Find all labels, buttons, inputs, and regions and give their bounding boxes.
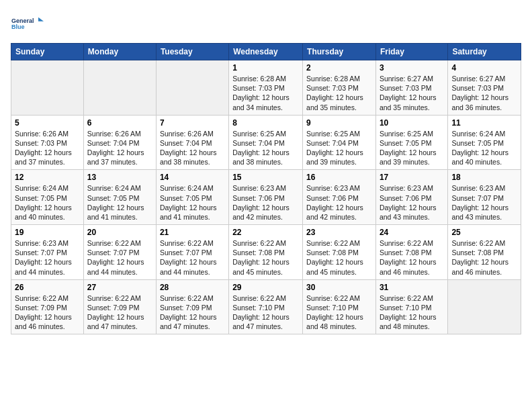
sunrise-label: Sunrise: 6:22 AM: [306, 239, 360, 247]
sunset-label: Sunset: 7:09 PM: [15, 304, 67, 312]
daylight-label: Daylight: 12 hours and 37 minutes.: [87, 148, 144, 166]
sunset-label: Sunset: 7:05 PM: [160, 194, 212, 202]
calendar-week-1: 1Sunrise: 6:28 AMSunset: 7:03 PMDaylight…: [11, 60, 521, 116]
day-number: 31: [380, 283, 444, 292]
day-number: 17: [380, 173, 444, 182]
sunrise-label: Sunrise: 6:24 AM: [87, 184, 141, 192]
day-info: Sunrise: 6:24 AMSunset: 7:05 PMDaylight:…: [451, 129, 517, 167]
calendar-cell: 4Sunrise: 6:27 AMSunset: 7:03 PMDaylight…: [448, 60, 521, 116]
daylight-label: Daylight: 12 hours and 40 minutes.: [451, 148, 508, 166]
sunset-label: Sunset: 7:08 PM: [380, 248, 432, 257]
day-info: Sunrise: 6:23 AMSunset: 7:06 PMDaylight:…: [380, 183, 444, 222]
calendar-cell: 26Sunrise: 6:22 AMSunset: 7:09 PMDayligh…: [11, 279, 84, 334]
col-header-wednesday: Wednesday: [229, 44, 303, 60]
sunrise-label: Sunrise: 6:28 AM: [306, 75, 360, 83]
sunset-label: Sunset: 7:05 PM: [15, 194, 67, 202]
day-info: Sunrise: 6:22 AMSunset: 7:09 PMDaylight:…: [15, 293, 80, 332]
sunrise-label: Sunrise: 6:25 AM: [232, 130, 286, 138]
sunset-label: Sunset: 7:09 PM: [87, 304, 140, 312]
day-info: Sunrise: 6:25 AMSunset: 7:05 PMDaylight:…: [380, 129, 444, 167]
calendar-week-3: 12Sunrise: 6:24 AMSunset: 7:05 PMDayligh…: [11, 170, 521, 225]
daylight-label: Daylight: 12 hours and 42 minutes.: [306, 203, 363, 221]
sunset-label: Sunset: 7:10 PM: [306, 304, 359, 312]
day-number: 20: [87, 228, 152, 237]
sunset-label: Sunset: 7:03 PM: [451, 84, 504, 92]
day-info: Sunrise: 6:22 AMSunset: 7:10 PMDaylight:…: [380, 293, 444, 332]
logo: General Blue: [11, 11, 44, 38]
col-header-friday: Friday: [375, 44, 447, 60]
calendar-cell: 24Sunrise: 6:22 AMSunset: 7:08 PMDayligh…: [375, 225, 447, 280]
day-info: Sunrise: 6:25 AMSunset: 7:04 PMDaylight:…: [306, 129, 372, 167]
calendar-cell: 5Sunrise: 6:26 AMSunset: 7:03 PMDaylight…: [11, 115, 84, 170]
sunset-label: Sunset: 7:03 PM: [380, 84, 432, 92]
col-header-monday: Monday: [83, 44, 156, 60]
sunset-label: Sunset: 7:04 PM: [160, 139, 212, 147]
sunset-label: Sunset: 7:05 PM: [451, 139, 504, 147]
sunrise-label: Sunrise: 6:26 AM: [87, 130, 141, 138]
day-info: Sunrise: 6:22 AMSunset: 7:10 PMDaylight:…: [232, 293, 299, 332]
svg-marker-2: [38, 17, 44, 21]
day-number: 27: [87, 283, 152, 292]
day-number: 22: [232, 228, 299, 237]
calendar-body: 1Sunrise: 6:28 AMSunset: 7:03 PMDaylight…: [11, 60, 521, 334]
sunset-label: Sunset: 7:10 PM: [380, 304, 432, 312]
day-info: Sunrise: 6:22 AMSunset: 7:09 PMDaylight:…: [160, 293, 225, 332]
calendar-cell: 16Sunrise: 6:23 AMSunset: 7:06 PMDayligh…: [303, 170, 376, 225]
sunset-label: Sunset: 7:10 PM: [232, 304, 285, 312]
calendar-cell: 13Sunrise: 6:24 AMSunset: 7:05 PMDayligh…: [83, 170, 156, 225]
day-info: Sunrise: 6:22 AMSunset: 7:08 PMDaylight:…: [232, 238, 299, 277]
daylight-label: Daylight: 12 hours and 38 minutes.: [232, 148, 290, 166]
day-info: Sunrise: 6:23 AMSunset: 7:07 PMDaylight:…: [15, 238, 80, 277]
sunrise-label: Sunrise: 6:22 AM: [451, 239, 505, 247]
calendar-cell: 10Sunrise: 6:25 AMSunset: 7:05 PMDayligh…: [375, 115, 447, 170]
calendar-cell: 19Sunrise: 6:23 AMSunset: 7:07 PMDayligh…: [11, 225, 84, 280]
col-header-thursday: Thursday: [303, 44, 376, 60]
daylight-label: Daylight: 12 hours and 47 minutes.: [232, 313, 290, 330]
sunrise-label: Sunrise: 6:22 AM: [160, 294, 214, 302]
daylight-label: Daylight: 12 hours and 39 minutes.: [380, 148, 437, 166]
day-info: Sunrise: 6:22 AMSunset: 7:08 PMDaylight:…: [380, 238, 444, 277]
calendar-cell: [83, 60, 156, 116]
sunset-label: Sunset: 7:07 PM: [160, 248, 212, 257]
sunrise-label: Sunrise: 6:22 AM: [87, 294, 141, 302]
day-info: Sunrise: 6:28 AMSunset: 7:03 PMDaylight:…: [232, 74, 299, 112]
sunrise-label: Sunrise: 6:22 AM: [306, 294, 360, 302]
calendar-week-2: 5Sunrise: 6:26 AMSunset: 7:03 PMDaylight…: [11, 115, 521, 170]
logo-svg: General Blue: [11, 11, 44, 38]
daylight-label: Daylight: 12 hours and 43 minutes.: [451, 203, 508, 221]
day-number: 8: [232, 118, 299, 128]
calendar-cell: 12Sunrise: 6:24 AMSunset: 7:05 PMDayligh…: [11, 170, 84, 225]
day-info: Sunrise: 6:22 AMSunset: 7:07 PMDaylight:…: [160, 238, 225, 277]
day-number: 16: [306, 173, 372, 182]
calendar-cell: 18Sunrise: 6:23 AMSunset: 7:07 PMDayligh…: [448, 170, 521, 225]
daylight-label: Daylight: 12 hours and 35 minutes.: [380, 93, 437, 111]
col-header-tuesday: Tuesday: [156, 44, 228, 60]
sunrise-label: Sunrise: 6:24 AM: [15, 184, 69, 192]
day-number: 11: [451, 118, 517, 128]
day-info: Sunrise: 6:22 AMSunset: 7:07 PMDaylight:…: [87, 238, 152, 277]
sunset-label: Sunset: 7:08 PM: [451, 248, 504, 257]
calendar-cell: 15Sunrise: 6:23 AMSunset: 7:06 PMDayligh…: [229, 170, 303, 225]
day-number: 9: [306, 118, 372, 128]
sunset-label: Sunset: 7:04 PM: [87, 139, 140, 147]
sunrise-label: Sunrise: 6:22 AM: [87, 239, 141, 247]
sunrise-label: Sunrise: 6:22 AM: [15, 294, 69, 302]
sunset-label: Sunset: 7:04 PM: [306, 139, 359, 147]
daylight-label: Daylight: 12 hours and 43 minutes.: [380, 203, 437, 221]
sunset-label: Sunset: 7:03 PM: [306, 84, 359, 92]
sunset-label: Sunset: 7:06 PM: [380, 194, 432, 202]
day-info: Sunrise: 6:26 AMSunset: 7:04 PMDaylight:…: [160, 129, 225, 167]
daylight-label: Daylight: 12 hours and 48 minutes.: [306, 313, 363, 330]
sunrise-label: Sunrise: 6:25 AM: [380, 130, 433, 138]
day-number: 24: [380, 228, 444, 237]
daylight-label: Daylight: 12 hours and 37 minutes.: [15, 148, 72, 166]
sunset-label: Sunset: 7:03 PM: [232, 84, 285, 92]
calendar-header-row: SundayMondayTuesdayWednesdayThursdayFrid…: [11, 44, 521, 60]
day-number: 10: [380, 118, 444, 128]
day-number: 30: [306, 283, 372, 292]
sunset-label: Sunset: 7:07 PM: [451, 194, 504, 202]
day-number: 2: [306, 63, 372, 73]
calendar-week-4: 19Sunrise: 6:23 AMSunset: 7:07 PMDayligh…: [11, 225, 521, 280]
day-number: 29: [232, 283, 299, 292]
day-info: Sunrise: 6:23 AMSunset: 7:06 PMDaylight:…: [306, 183, 372, 222]
